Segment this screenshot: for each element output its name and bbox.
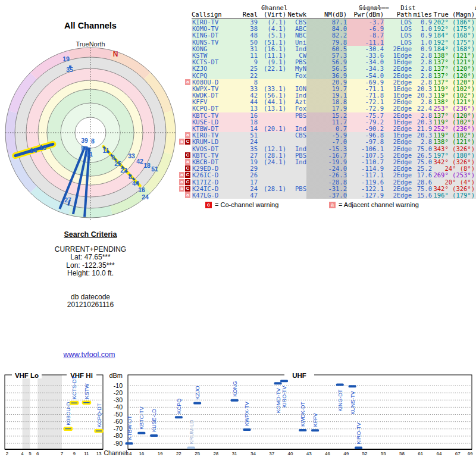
warning-markers: a xyxy=(178,159,192,165)
channel-tick-label: 61 xyxy=(418,451,423,456)
cell-real: 26 xyxy=(237,172,258,179)
cell-azimuth: 269° (253°) xyxy=(432,172,476,179)
cell-netwk: NBC xyxy=(286,32,306,39)
col-callsign: Callsign xyxy=(192,11,237,18)
table-column-headers: Callsign Real (Virt) Netwk NM(dB) Pwr(dB… xyxy=(178,11,476,18)
channel-tick-label: 40 xyxy=(287,451,293,456)
warning-markers xyxy=(178,92,192,99)
table-row: KCPQ22Fox36.9-54.02Edge2.8137° (120°) xyxy=(178,73,476,79)
co-channel-warning-icon: C xyxy=(185,186,190,192)
cell-azimuth: 138° (121°) xyxy=(432,139,476,145)
radar-channel-label: 24 xyxy=(142,193,149,201)
warning-markers xyxy=(178,73,192,79)
channel-tick-label: 69 xyxy=(468,451,473,456)
search-criteria-title: Search Criteria xyxy=(24,231,157,239)
cell-miles: 0.9 xyxy=(412,32,432,39)
warning-markers: aC xyxy=(178,179,192,186)
cell-callsign: KZJO xyxy=(192,65,237,72)
search-mode: CURRENT+PENDING xyxy=(24,246,157,254)
warning-legend: c = Co-channel warning a = Adjacent chan… xyxy=(178,201,476,211)
cell-virt: (22.1) xyxy=(258,65,286,72)
col-miles: miles xyxy=(412,11,432,18)
table-row: KCPQ-DT13(13.1)Fox17.9-72.92Edge22.4253°… xyxy=(178,105,476,112)
cell-real: 48 xyxy=(237,32,258,39)
signal-bar xyxy=(70,402,78,404)
channel-tick-label: 19 xyxy=(158,451,163,456)
cell-path: 2Edge xyxy=(384,172,412,179)
cell-netwk: MyN xyxy=(286,65,306,72)
adjacent-channel-warning-icon: a xyxy=(179,179,184,185)
cell-virt: (28.1) xyxy=(258,186,286,192)
co-channel-warning-icon: C xyxy=(185,179,190,185)
channel-tick-label: 4 xyxy=(21,451,24,456)
cell-path: LOS xyxy=(384,32,412,39)
warning-markers xyxy=(178,52,192,59)
compass-n-label: N xyxy=(113,50,118,58)
dbm-tick-label: -30 xyxy=(114,396,123,403)
signal-bar xyxy=(299,429,306,431)
bar-callsign-label: KCPQ-DT xyxy=(96,403,102,427)
co-channel-warning-icon: C xyxy=(185,152,190,158)
tvfool-report-page: All ChannelsTrueNorthN193539850512714131… xyxy=(0,0,476,457)
radar-channel-label: 18 xyxy=(143,162,151,169)
signal-bar xyxy=(336,383,344,386)
channel-tick-label: 9 xyxy=(73,451,76,456)
cell-virt: (5.1) xyxy=(258,32,286,39)
warning-markers xyxy=(178,32,192,39)
co-channel-warning-icon: c xyxy=(205,202,212,208)
signal-bar xyxy=(150,434,158,437)
warning-markers xyxy=(178,86,192,92)
dbm-tick-label: -90 xyxy=(114,440,123,447)
cell-azimuth: 196° (179°) xyxy=(432,192,476,199)
cell-pwr-dbm: -127.9 xyxy=(347,192,384,199)
bar-callsign-label: KIRO-TV xyxy=(281,386,287,408)
bar-callsign-label: KONG xyxy=(232,381,238,397)
cell-nm-db: -37.0 xyxy=(306,192,347,199)
dbm-tick-label: -60 xyxy=(114,418,123,425)
co-channel-warning-icon: C xyxy=(185,172,190,178)
cell-callsign: KING-DT xyxy=(192,32,237,39)
col-netwk: Netwk xyxy=(286,11,306,18)
signal-bar xyxy=(95,430,103,432)
cell-virt xyxy=(258,172,286,179)
adjacent-channel-warning-icon: a xyxy=(179,172,184,178)
channel-tick-label: 28 xyxy=(213,451,218,456)
bar-callsign-label: KIRO-TV xyxy=(356,422,362,445)
bar-callsign-label: KFFV xyxy=(312,413,318,427)
channel-tick-label: 2 xyxy=(6,451,9,456)
warning-markers: aC xyxy=(178,172,192,179)
warning-markers: a xyxy=(178,192,192,199)
channel-tick-label: 52 xyxy=(362,451,368,456)
cell-virt xyxy=(258,165,286,172)
cell-pwr-dbm: -117.1 xyxy=(347,172,384,179)
table-row: aCKRUM-LD24-7.0-97.82Edge2.8138° (121°) xyxy=(178,139,476,145)
table-row: aCK17IZ-D17-28.8-119.62Edge28.620° (4°) xyxy=(178,179,476,186)
radar-channel-label: 11 xyxy=(102,147,109,154)
cell-miles: 22.4 xyxy=(412,105,432,112)
warning-markers xyxy=(178,112,192,119)
search-criteria: Search Criteria CURRENT+PENDING Lat: 47.… xyxy=(24,231,157,309)
radar-plot: All ChannelsTrueNorthN193539850512714131… xyxy=(0,18,178,227)
cell-pwr-dbm: -97.8 xyxy=(347,139,384,145)
table-row: KZJO25(22.1)MyN56.5-34.32Edge2.8137° (12… xyxy=(178,65,476,72)
cell-real: 25 xyxy=(237,65,258,72)
warning-markers xyxy=(178,19,192,26)
col-pwr: Pwr(dBm) xyxy=(347,11,384,18)
radar-channel-label: 14 xyxy=(30,147,37,154)
longitude: Lon: -122.35*** xyxy=(24,262,157,270)
co-channel-warning-icon: C xyxy=(185,165,190,171)
signal-bar xyxy=(349,385,356,387)
latitude: Lat: 47.65*** xyxy=(24,253,157,262)
signal-bar xyxy=(243,428,250,431)
cell-netwk: Fox xyxy=(286,105,306,112)
table-rows: KIRO-TV39(7.1)CBS87.1-3.7LOS0.9202° (186… xyxy=(178,19,476,199)
dbm-tick-label: -10 xyxy=(114,382,123,389)
co-channel-legend: c = Co-channel warning xyxy=(205,201,278,208)
channel-tick-label: 5 xyxy=(29,451,32,456)
cell-path: 2Edge xyxy=(384,105,412,112)
signal-bar xyxy=(355,447,362,449)
bar-callsign-label: KUSE-LD xyxy=(151,408,157,432)
bar-callsign-label: KBTC-TV xyxy=(139,406,145,430)
tvfool-link[interactable]: www.tvfool.com xyxy=(64,350,115,359)
signal-bar xyxy=(126,442,133,445)
